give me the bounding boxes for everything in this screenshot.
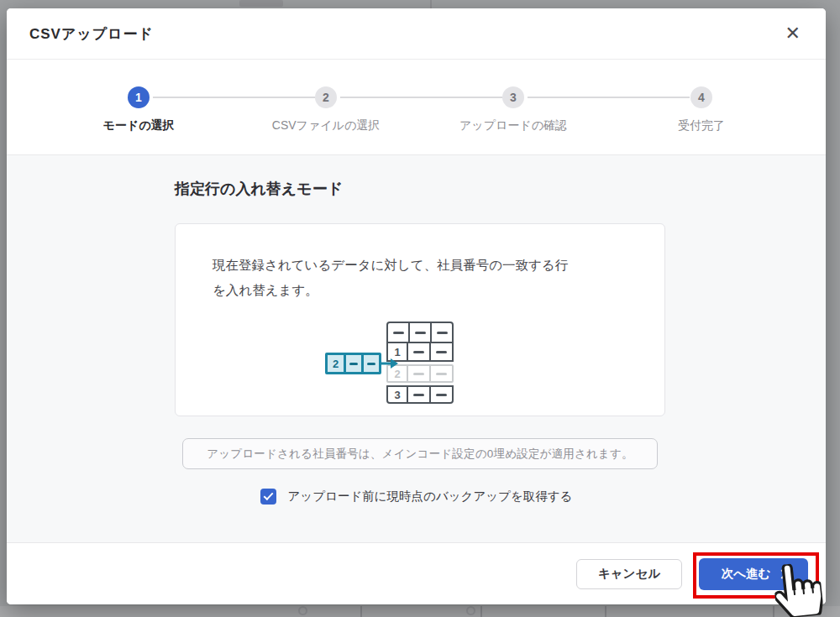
row-number-cell: 2 [328,355,344,372]
step-1-label: モードの選択 [103,118,175,133]
illustration-table-row-3: 3 [386,385,454,404]
table-cell [429,343,452,360]
close-icon[interactable]: ✕ [785,24,801,43]
table-cell [407,366,429,381]
background-table-line [360,606,362,617]
step-2-circle: 2 [315,86,337,108]
dialog-header: CSVアップロード ✕ [7,8,826,60]
mode-description-line1: 現在登録されているデータに対して、社員番号の一致する行 [213,258,568,272]
dash-icon [415,332,426,334]
illustration-table-header [388,323,452,342]
incoming-row-highlight: 2 [325,353,381,374]
table-cell [388,323,408,342]
background-table-line [605,606,606,617]
dash-icon [436,394,447,396]
step-4-circle: 4 [690,86,712,108]
dash-icon [413,351,424,353]
step-3-label: アップロードの確認 [459,118,567,133]
dash-icon [349,363,358,365]
illustration-table: 1 [386,322,454,362]
next-button-label: 次へ進む [722,566,771,582]
background-page-fragment [239,0,283,7]
row-replace-illustration: 1 2 3 2 [386,322,454,402]
table-cell [407,387,429,402]
chevron-right-icon [778,569,787,578]
table-cell [429,366,452,381]
mode-heading: 指定行の入れ替えモード [175,179,343,199]
dash-icon [437,332,448,334]
table-cell [407,343,429,360]
background-page-fragment [430,0,432,8]
mode-description-line2: を入れ替えます。 [213,283,318,297]
backup-checkbox-label[interactable]: アップロード前に現時点のバックアップを取得する [288,489,573,505]
table-cell [408,323,430,342]
table-cell [430,323,452,342]
step-2-label: CSVファイルの選択 [272,118,380,133]
dash-icon [436,351,447,353]
dash-icon [413,394,424,396]
background-table-line [480,606,482,617]
next-button[interactable]: 次へ進む [699,558,808,590]
backup-checkbox[interactable] [260,489,276,505]
dash-icon [367,363,375,365]
mode-description: 現在登録されているデータに対して、社員番号の一致する行 を入れ替えます。 [213,253,627,303]
csv-upload-dialog: CSVアップロード ✕ 1 2 3 4 モードの選択 CSVファイルの選択 アッ… [7,8,826,604]
step-4-label: 受付完了 [678,118,725,133]
zero-padding-note: アップロードされる社員番号は、メインコード設定の0埋め設定が適用されます。 [182,438,658,469]
dialog-title: CSVアップロード [29,24,154,44]
step-connector [528,97,690,98]
background-radio-icon [298,606,307,615]
step-1-circle: 1 [128,86,150,108]
background-page-fragment [0,606,840,617]
step-3-circle: 3 [502,86,524,108]
backup-option-row: アップロード前に現時点のバックアップを取得する [7,489,826,505]
dash-icon [393,332,404,334]
background-radio-icon [466,606,475,615]
dash-icon [413,373,424,375]
table-cell [344,355,361,372]
progress-stepper: 1 2 3 4 モードの選択 CSVファイルの選択 アップロードの確認 受付完了 [7,60,826,155]
mode-description-card: 現在登録されているデータに対して、社員番号の一致する行 を入れ替えます。 1 [175,223,665,416]
dialog-body: 指定行の入れ替えモード 現在登録されているデータに対して、社員番号の一致する行 … [7,155,826,542]
cancel-button[interactable]: キャンセル [576,559,682,589]
table-cell [429,387,452,402]
dialog-footer: キャンセル 次へ進む [7,542,826,604]
step-connector [153,97,315,98]
note-text: アップロードされる社員番号は、メインコード設定の0埋め設定が適用されます。 [207,447,633,462]
background-table-line [773,606,774,617]
step-connector [340,97,502,98]
row-number-cell: 3 [388,387,407,402]
dash-icon [436,373,447,375]
arrow-right-icon [381,358,399,369]
table-cell [361,355,379,372]
